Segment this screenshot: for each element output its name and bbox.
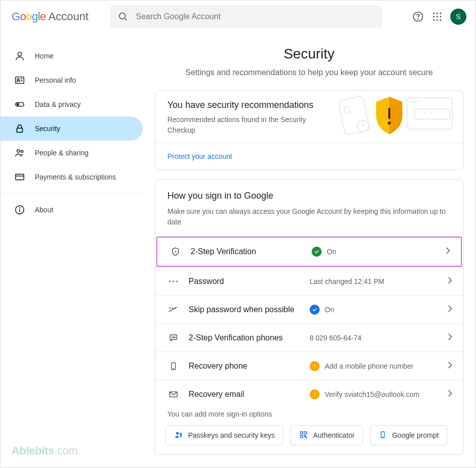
svg-point-7 — [433, 16, 435, 17]
svg-text:* * * * *: * * * * * — [419, 111, 445, 117]
row-password[interactable]: Password Last changed 12:41 PM — [155, 267, 463, 295]
svg-point-12 — [440, 19, 441, 21]
svg-point-43 — [169, 307, 171, 309]
sidebar-item-about[interactable]: About — [1, 198, 143, 222]
info-icon — [14, 204, 26, 216]
svg-rect-62 — [301, 435, 303, 438]
chevron-right-icon — [445, 304, 455, 316]
sidebar-item-home[interactable]: Home — [1, 44, 143, 68]
svg-rect-60 — [301, 432, 303, 434]
password-dots-icon — [167, 279, 180, 284]
google-account-logo[interactable]: Google Account — [12, 10, 89, 23]
svg-point-19 — [17, 103, 19, 105]
row-status-text: On — [325, 306, 334, 314]
reco-card-subtitle: Recommended actions found in the Securit… — [167, 114, 327, 136]
checkmark-blue-icon — [310, 305, 320, 315]
row-2sv-phones[interactable]: 2-Step Verification phones 8 029 605-64-… — [155, 323, 463, 352]
svg-point-33 — [414, 101, 416, 103]
svg-point-0 — [119, 13, 125, 19]
svg-point-49 — [173, 337, 173, 337]
search-icon — [117, 11, 129, 23]
button-label: Google prompt — [392, 431, 439, 439]
sidebar-item-security[interactable]: Security — [1, 116, 143, 141]
sidebar: Home Personal info Data & privacy Securi… — [1, 33, 143, 467]
people-icon — [14, 147, 26, 159]
row-2-step-verification[interactable]: 2-Step Verification On — [157, 238, 461, 266]
avatar[interactable]: S — [450, 9, 466, 25]
sidebar-item-label: Home — [35, 52, 53, 60]
svg-point-38 — [388, 122, 391, 125]
sidebar-item-data-privacy[interactable]: Data & privacy — [1, 92, 143, 116]
protect-account-link[interactable]: Protect your account — [155, 143, 463, 169]
row-status-text: 8 029 605-64-74 — [310, 334, 362, 342]
help-icon[interactable] — [412, 11, 424, 23]
recommendations-card: You have security recommendations Recomm… — [155, 90, 463, 170]
svg-point-42 — [176, 280, 177, 282]
main-content: Security Settings and recommendations to… — [143, 33, 475, 467]
row-status-text: Verify sviatch15@outlook.com — [325, 390, 420, 398]
account-logo-suffix: Account — [48, 10, 89, 23]
search-input[interactable] — [136, 12, 375, 21]
howsign-title: How you sign in to Google — [167, 191, 451, 201]
sidebar-item-people-sharing[interactable]: People & sharing — [1, 141, 143, 165]
row-label: 2-Step Verification — [191, 247, 312, 256]
svg-point-22 — [21, 150, 23, 152]
passkey-icon — [174, 430, 183, 441]
svg-rect-14 — [16, 77, 24, 84]
svg-point-27 — [19, 208, 20, 208]
svg-point-10 — [433, 19, 435, 21]
authenticator-button[interactable]: Authenticator — [290, 425, 364, 445]
svg-rect-29 — [344, 106, 350, 113]
chevron-right-icon — [445, 275, 455, 287]
shield-icon — [169, 247, 182, 257]
credit-card-icon — [14, 171, 26, 183]
chevron-right-icon — [445, 388, 455, 400]
svg-point-13 — [18, 52, 21, 56]
app-header: Google Account S — [1, 1, 475, 33]
row-label: Skip password when possible — [189, 305, 310, 314]
sidebar-item-label: About — [35, 206, 53, 214]
warning-amber-icon — [310, 361, 320, 371]
svg-rect-23 — [16, 174, 24, 180]
page-subtitle: Settings and recommendations to help you… — [155, 68, 463, 77]
sidebar-item-label: Payments & subscriptions — [35, 173, 116, 181]
svg-point-48 — [172, 337, 172, 337]
svg-point-54 — [314, 367, 315, 368]
button-label: Passkeys and security keys — [188, 431, 275, 439]
svg-point-32 — [410, 101, 412, 103]
svg-rect-20 — [17, 128, 23, 132]
row-skip-password[interactable]: Skip password when possible On — [155, 295, 463, 323]
toggle-icon — [14, 98, 26, 110]
svg-point-41 — [172, 280, 174, 282]
chevron-right-icon — [445, 360, 455, 372]
svg-rect-63 — [304, 435, 305, 436]
passkeys-button[interactable]: Passkeys and security keys — [165, 425, 283, 445]
svg-point-50 — [174, 337, 175, 337]
row-label: Recovery phone — [189, 362, 310, 371]
id-card-icon — [14, 74, 26, 86]
google-prompt-button[interactable]: Google prompt — [370, 425, 447, 445]
warning-amber-icon — [310, 389, 320, 399]
lock-icon — [14, 123, 26, 135]
sidebar-item-label: Personal info — [35, 76, 76, 84]
apps-grid-icon[interactable] — [431, 11, 443, 23]
svg-point-15 — [17, 79, 19, 81]
svg-line-1 — [124, 18, 126, 20]
row-status-text: Add a mobile phone number — [325, 362, 413, 370]
sidebar-divider — [1, 193, 143, 194]
svg-rect-37 — [388, 108, 390, 119]
row-recovery-phone[interactable]: Recovery phone Add a mobile phone number — [155, 352, 463, 380]
svg-point-5 — [436, 13, 438, 14]
highlighted-two-step-row: 2-Step Verification On — [156, 237, 462, 267]
search-bar[interactable] — [110, 5, 382, 28]
sms-icon — [167, 333, 180, 343]
sidebar-item-personal-info[interactable]: Personal info — [1, 68, 143, 92]
svg-point-34 — [418, 101, 420, 103]
authenticator-icon — [299, 430, 308, 441]
email-icon — [167, 389, 180, 399]
google-logo-text: Google — [12, 10, 46, 23]
howsign-subtitle: Make sure you can always access your Goo… — [167, 206, 451, 227]
sidebar-item-payments[interactable]: Payments & subscriptions — [1, 165, 143, 189]
row-recovery-email[interactable]: Recovery email Verify sviatch15@outlook.… — [155, 380, 463, 408]
svg-point-8 — [436, 16, 438, 17]
